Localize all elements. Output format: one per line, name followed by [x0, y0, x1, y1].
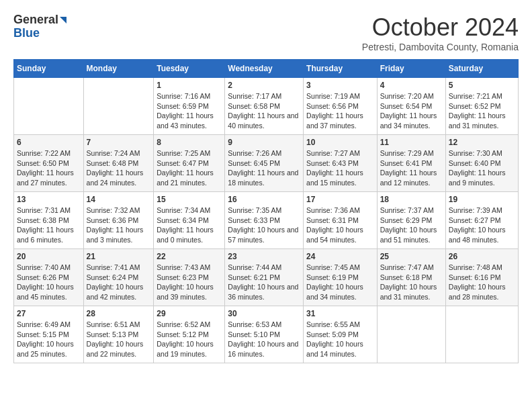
calendar-cell: 17Sunrise: 7:36 AM Sunset: 6:31 PM Dayli…: [304, 192, 378, 249]
calendar-cell: 4Sunrise: 7:20 AM Sunset: 6:54 PM Daylig…: [377, 78, 445, 135]
calendar-cell: 7Sunrise: 7:24 AM Sunset: 6:48 PM Daylig…: [83, 135, 154, 192]
day-number: 13: [17, 195, 81, 204]
day-number: 30: [228, 309, 300, 318]
calendar-week-2: 6Sunrise: 7:22 AM Sunset: 6:50 PM Daylig…: [14, 135, 519, 192]
day-number: 9: [228, 138, 300, 147]
calendar-cell: 29Sunrise: 6:52 AM Sunset: 5:12 PM Dayli…: [154, 306, 225, 363]
day-info: Sunrise: 7:16 AM Sunset: 6:59 PM Dayligh…: [157, 91, 222, 131]
day-info: Sunrise: 7:21 AM Sunset: 6:52 PM Dayligh…: [449, 91, 515, 131]
logo-arrow-icon: [60, 17, 66, 24]
day-number: 26: [449, 252, 515, 261]
calendar-cell: 15Sunrise: 7:34 AM Sunset: 6:34 PM Dayli…: [154, 192, 225, 249]
calendar-cell: 31Sunrise: 6:55 AM Sunset: 5:09 PM Dayli…: [304, 306, 378, 363]
day-info: Sunrise: 7:31 AM Sunset: 6:38 PM Dayligh…: [17, 205, 81, 245]
day-info: Sunrise: 7:45 AM Sunset: 6:19 PM Dayligh…: [306, 263, 374, 302]
day-info: Sunrise: 6:52 AM Sunset: 5:12 PM Dayligh…: [157, 320, 222, 359]
day-number: 23: [228, 252, 300, 261]
calendar-cell: 25Sunrise: 7:47 AM Sunset: 6:18 PM Dayli…: [377, 249, 445, 306]
day-info: Sunrise: 7:36 AM Sunset: 6:31 PM Dayligh…: [306, 205, 374, 245]
day-number: 4: [380, 81, 443, 90]
logo-blue: Blue: [13, 27, 40, 40]
day-header-friday: Friday: [377, 60, 445, 78]
day-number: 15: [157, 195, 222, 204]
day-number: 11: [380, 138, 443, 147]
calendar-cell: [445, 306, 518, 363]
day-info: Sunrise: 7:43 AM Sunset: 6:23 PM Dayligh…: [157, 263, 222, 302]
day-header-wednesday: Wednesday: [225, 60, 304, 78]
day-info: Sunrise: 7:37 AM Sunset: 6:29 PM Dayligh…: [380, 205, 443, 245]
calendar-cell: 5Sunrise: 7:21 AM Sunset: 6:52 PM Daylig…: [445, 78, 518, 135]
calendar-cell: 16Sunrise: 7:35 AM Sunset: 6:33 PM Dayli…: [225, 192, 304, 249]
logo-general: General: [13, 13, 58, 27]
day-number: 18: [380, 195, 443, 204]
day-info: Sunrise: 6:49 AM Sunset: 5:15 PM Dayligh…: [17, 320, 81, 359]
calendar-cell: 2Sunrise: 7:17 AM Sunset: 6:58 PM Daylig…: [225, 78, 304, 135]
day-number: 21: [87, 252, 151, 261]
day-number: 24: [306, 252, 374, 261]
calendar-cell: 3Sunrise: 7:19 AM Sunset: 6:56 PM Daylig…: [304, 78, 378, 135]
day-info: Sunrise: 7:30 AM Sunset: 6:40 PM Dayligh…: [449, 148, 515, 188]
day-number: 27: [17, 309, 81, 318]
day-number: 16: [228, 195, 300, 204]
calendar-cell: 19Sunrise: 7:39 AM Sunset: 6:27 PM Dayli…: [445, 192, 518, 249]
day-number: 6: [17, 138, 81, 147]
calendar-week-1: 1Sunrise: 7:16 AM Sunset: 6:59 PM Daylig…: [14, 78, 519, 135]
calendar-cell: 26Sunrise: 7:48 AM Sunset: 6:16 PM Dayli…: [445, 249, 518, 306]
location: Petresti, Dambovita County, Romania: [362, 42, 519, 52]
day-info: Sunrise: 7:47 AM Sunset: 6:18 PM Dayligh…: [380, 263, 443, 302]
calendar-cell: 6Sunrise: 7:22 AM Sunset: 6:50 PM Daylig…: [14, 135, 84, 192]
day-number: 1: [157, 81, 222, 90]
day-number: 17: [306, 195, 374, 204]
calendar-table: SundayMondayTuesdayWednesdayThursdayFrid…: [13, 59, 519, 363]
calendar-week-4: 20Sunrise: 7:40 AM Sunset: 6:26 PM Dayli…: [14, 249, 519, 306]
day-info: Sunrise: 7:24 AM Sunset: 6:48 PM Dayligh…: [87, 148, 151, 188]
day-info: Sunrise: 7:39 AM Sunset: 6:27 PM Dayligh…: [449, 205, 515, 245]
calendar-cell: 11Sunrise: 7:29 AM Sunset: 6:41 PM Dayli…: [377, 135, 445, 192]
calendar-cell: 14Sunrise: 7:32 AM Sunset: 6:36 PM Dayli…: [83, 192, 154, 249]
calendar-cell: 9Sunrise: 7:26 AM Sunset: 6:45 PM Daylig…: [225, 135, 304, 192]
day-number: 28: [87, 309, 151, 318]
calendar-cell: 10Sunrise: 7:27 AM Sunset: 6:43 PM Dayli…: [304, 135, 378, 192]
day-info: Sunrise: 7:48 AM Sunset: 6:16 PM Dayligh…: [449, 263, 515, 302]
day-info: Sunrise: 7:40 AM Sunset: 6:26 PM Dayligh…: [17, 263, 81, 302]
calendar-cell: 8Sunrise: 7:25 AM Sunset: 6:47 PM Daylig…: [154, 135, 225, 192]
day-number: 5: [449, 81, 515, 90]
day-info: Sunrise: 7:22 AM Sunset: 6:50 PM Dayligh…: [17, 148, 81, 188]
day-number: 25: [380, 252, 443, 261]
day-number: 31: [306, 309, 374, 318]
day-number: 29: [157, 309, 222, 318]
calendar-cell: 20Sunrise: 7:40 AM Sunset: 6:26 PM Dayli…: [14, 249, 84, 306]
day-number: 20: [17, 252, 81, 261]
day-info: Sunrise: 7:41 AM Sunset: 6:24 PM Dayligh…: [87, 263, 151, 302]
calendar-cell: [377, 306, 445, 363]
calendar-cell: 23Sunrise: 7:44 AM Sunset: 6:21 PM Dayli…: [225, 249, 304, 306]
day-number: 2: [228, 81, 300, 90]
day-info: Sunrise: 7:26 AM Sunset: 6:45 PM Dayligh…: [228, 148, 300, 188]
day-info: Sunrise: 7:27 AM Sunset: 6:43 PM Dayligh…: [306, 148, 374, 188]
calendar-cell: 22Sunrise: 7:43 AM Sunset: 6:23 PM Dayli…: [154, 249, 225, 306]
day-header-monday: Monday: [83, 60, 154, 78]
day-header-saturday: Saturday: [445, 60, 518, 78]
day-info: Sunrise: 7:29 AM Sunset: 6:41 PM Dayligh…: [380, 148, 443, 188]
day-header-tuesday: Tuesday: [154, 60, 225, 78]
day-info: Sunrise: 6:55 AM Sunset: 5:09 PM Dayligh…: [306, 320, 374, 359]
calendar-header-row: SundayMondayTuesdayWednesdayThursdayFrid…: [14, 60, 519, 78]
day-info: Sunrise: 7:19 AM Sunset: 6:56 PM Dayligh…: [306, 91, 374, 131]
day-number: 14: [87, 195, 151, 204]
calendar-cell: 13Sunrise: 7:31 AM Sunset: 6:38 PM Dayli…: [14, 192, 84, 249]
day-number: 22: [157, 252, 222, 261]
calendar-cell: [83, 78, 154, 135]
day-number: 12: [449, 138, 515, 147]
calendar-week-3: 13Sunrise: 7:31 AM Sunset: 6:38 PM Dayli…: [14, 192, 519, 249]
day-info: Sunrise: 6:51 AM Sunset: 5:13 PM Dayligh…: [87, 320, 151, 359]
day-info: Sunrise: 7:35 AM Sunset: 6:33 PM Dayligh…: [228, 205, 300, 245]
calendar-cell: 18Sunrise: 7:37 AM Sunset: 6:29 PM Dayli…: [377, 192, 445, 249]
day-number: 3: [306, 81, 374, 90]
day-info: Sunrise: 7:44 AM Sunset: 6:21 PM Dayligh…: [228, 263, 300, 302]
day-number: 8: [157, 138, 222, 147]
day-info: Sunrise: 7:34 AM Sunset: 6:34 PM Dayligh…: [157, 205, 222, 245]
day-number: 19: [449, 195, 515, 204]
title-block: October 2024 Petresti, Dambovita County,…: [362, 13, 519, 52]
day-header-thursday: Thursday: [304, 60, 378, 78]
calendar-cell: 28Sunrise: 6:51 AM Sunset: 5:13 PM Dayli…: [83, 306, 154, 363]
